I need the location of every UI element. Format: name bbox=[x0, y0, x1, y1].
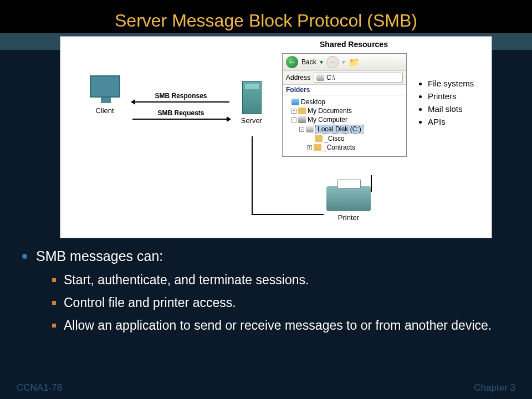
bullet-icon bbox=[52, 324, 56, 328]
title-bar: Server Message Block Protocol (SMB) bbox=[0, 0, 532, 33]
tree-desktop[interactable]: Desktop bbox=[284, 98, 405, 106]
explorer-toolbar: ← Back ▾ → ▾ 📁 bbox=[283, 54, 406, 71]
printer-label: Printer bbox=[315, 213, 382, 222]
computer-icon bbox=[298, 116, 306, 123]
tree-local-disk[interactable]: - Local Disk (C:) bbox=[284, 124, 405, 134]
back-button[interactable]: ← bbox=[286, 56, 298, 68]
shared-resources-heading: Shared Resources bbox=[320, 40, 388, 49]
desktop-icon bbox=[291, 99, 299, 105]
bullet-sub: Start, authenticate, and terminate sessi… bbox=[52, 272, 510, 288]
bullet-text: Allow an application to send or receive … bbox=[64, 318, 492, 334]
disk-icon bbox=[316, 74, 324, 81]
list-item: File systems bbox=[428, 79, 474, 88]
arrow-requests bbox=[132, 119, 229, 120]
list-item: APIs bbox=[428, 117, 474, 126]
bullet-main: SMB messages can: bbox=[22, 248, 510, 264]
printer-icon bbox=[326, 186, 371, 211]
tree-label: My Computer bbox=[308, 116, 347, 124]
explorer-window: ← Back ▾ → ▾ 📁 Address C:\ Folders Deskt… bbox=[282, 53, 407, 157]
documents-icon bbox=[298, 108, 306, 114]
collapse-icon[interactable]: - bbox=[291, 117, 296, 122]
bullet-icon bbox=[22, 254, 27, 259]
bullet-icon bbox=[52, 301, 56, 305]
up-folder-icon[interactable]: 📁 bbox=[349, 57, 360, 68]
tree-my-computer[interactable]: - My Computer bbox=[284, 115, 405, 124]
diagram-panel: Shared Resources Client Server SMB Respo… bbox=[60, 36, 492, 238]
tree-my-documents[interactable]: + My Documents bbox=[284, 106, 405, 115]
requests-label: SMB Requests bbox=[132, 109, 229, 117]
tree-label-selected: Local Disk (C:) bbox=[315, 125, 364, 134]
tree-label: _Contracts bbox=[323, 144, 355, 151]
client-node: Client bbox=[77, 75, 132, 115]
expand-icon[interactable]: + bbox=[307, 145, 312, 150]
address-label: Address bbox=[286, 74, 310, 81]
folders-header: Folders bbox=[283, 85, 406, 95]
back-label: Back bbox=[301, 58, 316, 66]
forward-button[interactable]: → bbox=[326, 56, 339, 68]
dropdown-icon[interactable]: ▾ bbox=[320, 58, 323, 66]
connector bbox=[252, 136, 253, 214]
arrow-responses bbox=[132, 101, 229, 103]
tree-label: My Documents bbox=[308, 107, 352, 115]
bullet-text: SMB messages can: bbox=[36, 248, 163, 264]
bullet-sub: Control file and printer access. bbox=[52, 295, 510, 311]
tree-label: Desktop bbox=[301, 98, 325, 106]
dropdown-icon[interactable]: ▾ bbox=[342, 58, 345, 66]
tree-contracts[interactable]: + _Contracts bbox=[284, 143, 405, 152]
expand-icon[interactable]: + bbox=[291, 109, 296, 114]
server-label: Server bbox=[229, 116, 274, 125]
bullet-icon bbox=[52, 278, 56, 282]
folder-icon bbox=[315, 135, 323, 142]
slide-body: SMB messages can: Start, authenticate, a… bbox=[22, 248, 510, 340]
bullet-text: Start, authenticate, and terminate sessi… bbox=[64, 272, 309, 288]
printer-node: Printer bbox=[315, 186, 382, 222]
disk-icon bbox=[306, 126, 314, 132]
monitor-icon bbox=[90, 75, 120, 98]
collapse-icon[interactable]: - bbox=[299, 127, 304, 132]
bullet-sub: Allow an application to send or receive … bbox=[52, 318, 510, 334]
folder-icon bbox=[314, 144, 321, 151]
list-item: Mail slots bbox=[428, 104, 474, 114]
arrows: SMB Responses SMB Requests bbox=[132, 92, 229, 126]
address-value: C:\ bbox=[326, 74, 335, 81]
client-label: Client bbox=[77, 106, 132, 115]
slide-title: Server Message Block Protocol (SMB) bbox=[115, 11, 417, 33]
responses-label: SMB Responses bbox=[132, 92, 229, 100]
footer-left: CCNA1-78 bbox=[17, 382, 62, 393]
footer-right: Chapter 3 bbox=[474, 382, 515, 393]
server-icon bbox=[242, 81, 262, 114]
bullet-text: Control file and printer access. bbox=[64, 295, 236, 311]
folder-tree: Desktop + My Documents - My Computer - L… bbox=[283, 95, 406, 156]
server-node: Server bbox=[229, 81, 274, 125]
address-bar: Address C:\ bbox=[283, 71, 406, 85]
footer: CCNA1-78 Chapter 3 bbox=[0, 382, 532, 393]
connector bbox=[252, 214, 324, 215]
tree-label: _Cisco bbox=[324, 135, 345, 142]
resources-list: File systems Printers Mail slots APIs bbox=[418, 75, 474, 130]
address-field[interactable]: C:\ bbox=[314, 73, 403, 83]
tree-cisco[interactable]: _Cisco bbox=[284, 134, 405, 143]
list-item: Printers bbox=[428, 91, 474, 101]
